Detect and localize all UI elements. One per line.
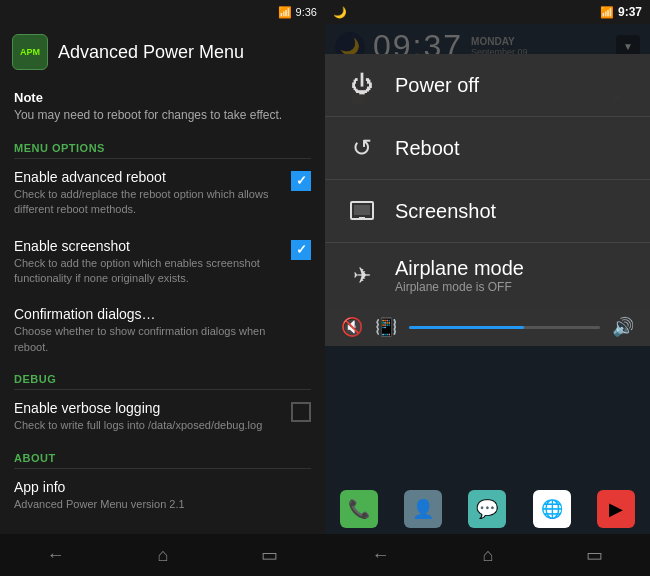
section-header-menu-options: MENU OPTIONS <box>0 134 325 158</box>
dock-chrome[interactable]: 🌐 <box>533 490 571 528</box>
checkbox-advanced-reboot[interactable] <box>291 171 311 191</box>
app-icon: APM <box>12 34 48 70</box>
mute-icon[interactable]: 🔇 <box>341 316 363 338</box>
section-header-about: ABOUT <box>0 444 325 468</box>
reboot-item[interactable]: ↺ Reboot <box>325 117 650 180</box>
svg-rect-1 <box>354 205 370 215</box>
wallpaper: 🌙 09:37 MONDAY September 09 ▼ 📶 ⇅ ⚙ A ◇ … <box>325 24 650 576</box>
power-menu-panel: ⏻ Power off ↺ Reboot <box>325 54 650 346</box>
app-header: APM Advanced Power Menu <box>0 24 325 80</box>
dock-area: 📞 👤 💬 🌐 ▶ <box>325 484 650 534</box>
note-title: Note <box>14 90 311 105</box>
setting-title-confirmation: Confirmation dialogs… <box>14 306 301 322</box>
volume-icon[interactable]: 🔊 <box>612 316 634 338</box>
setting-screenshot[interactable]: Enable screenshot Check to add the optio… <box>0 228 325 297</box>
quick-settings-bar: 🔇 📳 🔊 <box>325 308 650 346</box>
home-button-left[interactable]: ⌂ <box>158 545 169 566</box>
setting-title-app-info: App info <box>14 479 301 495</box>
dock-messages[interactable]: 💬 <box>468 490 506 528</box>
section-header-debug: DEBUG <box>0 365 325 389</box>
dock-play[interactable]: ▶ <box>597 490 635 528</box>
moon-status-icon: 🌙 <box>333 6 347 19</box>
status-bar-left: 📶 9:36 <box>0 0 325 24</box>
screenshot-icon <box>345 194 379 228</box>
reboot-icon: ↺ <box>345 131 379 165</box>
setting-title-screenshot: Enable screenshot <box>14 238 281 254</box>
status-time-left: 9:36 <box>296 6 317 18</box>
setting-confirmation-dialogs[interactable]: Confirmation dialogs… Choose whether to … <box>0 296 325 365</box>
power-menu-overlay: ⏻ Power off ↺ Reboot <box>325 24 650 576</box>
home-button-right[interactable]: ⌂ <box>483 545 494 566</box>
right-panel: 🌙 📶 9:37 🌙 09:37 MONDAY September 09 ▼ 📶… <box>325 0 650 576</box>
checkbox-verbose[interactable] <box>291 402 311 422</box>
recent-button-left[interactable]: ▭ <box>261 544 278 566</box>
app-title: Advanced Power Menu <box>58 42 244 63</box>
setting-text-verbose: Enable verbose logging Check to write fu… <box>14 400 281 433</box>
left-panel: 📶 9:36 APM Advanced Power Menu Note You … <box>0 0 325 576</box>
status-right-icons: 📶 9:37 <box>600 5 642 19</box>
status-bar-right: 🌙 📶 9:37 <box>325 0 650 24</box>
setting-desc-advanced-reboot: Check to add/replace the reboot option w… <box>14 187 281 218</box>
note-section: Note You may need to reboot for changes … <box>0 80 325 134</box>
setting-text-advanced-reboot: Enable advanced reboot Check to add/repl… <box>14 169 281 218</box>
airplane-icon: ✈ <box>345 259 379 293</box>
reboot-label: Reboot <box>395 137 460 160</box>
nav-bar-left: ← ⌂ ▭ <box>0 534 325 576</box>
airplane-mode-item[interactable]: ✈ Airplane mode Airplane mode is OFF <box>325 243 650 308</box>
power-off-label: Power off <box>395 74 479 97</box>
status-time-right: 9:37 <box>618 5 642 19</box>
nav-bar-right: ← ⌂ ▭ <box>325 534 650 576</box>
airplane-label: Airplane mode <box>395 257 524 280</box>
setting-text-screenshot: Enable screenshot Check to add the optio… <box>14 238 281 287</box>
setting-text-confirmation: Confirmation dialogs… Choose whether to … <box>14 306 301 355</box>
setting-desc-app-info: Advanced Power Menu version 2.1 <box>14 497 301 512</box>
back-button-right[interactable]: ← <box>372 545 390 566</box>
dock-contacts[interactable]: 👤 <box>404 490 442 528</box>
setting-title-advanced-reboot: Enable advanced reboot <box>14 169 281 185</box>
setting-text-app-info: App info Advanced Power Menu version 2.1 <box>14 479 301 512</box>
vibrate-icon[interactable]: 📳 <box>375 316 397 338</box>
dock-phone[interactable]: 📞 <box>340 490 378 528</box>
airplane-text-group: Airplane mode Airplane mode is OFF <box>395 257 524 294</box>
back-button-left[interactable]: ← <box>47 545 65 566</box>
setting-app-info[interactable]: App info Advanced Power Menu version 2.1 <box>0 469 325 522</box>
screenshot-item[interactable]: Screenshot <box>325 180 650 243</box>
setting-desc-verbose: Check to write full logs into /data/xpos… <box>14 418 281 433</box>
airplane-sublabel: Airplane mode is OFF <box>395 280 524 294</box>
volume-slider[interactable] <box>409 326 600 329</box>
recent-button-right[interactable]: ▭ <box>586 544 603 566</box>
setting-desc-screenshot: Check to add the option which enables sc… <box>14 256 281 287</box>
setting-advanced-reboot[interactable]: Enable advanced reboot Check to add/repl… <box>0 159 325 228</box>
setting-title-verbose: Enable verbose logging <box>14 400 281 416</box>
svg-rect-2 <box>359 217 365 219</box>
power-off-item[interactable]: ⏻ Power off <box>325 54 650 117</box>
volume-fill <box>409 326 524 329</box>
setting-verbose-logging[interactable]: Enable verbose logging Check to write fu… <box>0 390 325 443</box>
setting-desc-confirmation: Choose whether to show confirmation dial… <box>14 324 301 355</box>
power-off-icon: ⏻ <box>345 68 379 102</box>
checkbox-screenshot[interactable] <box>291 240 311 260</box>
status-icons-left: 📶 <box>278 6 292 19</box>
screenshot-label: Screenshot <box>395 200 496 223</box>
note-text: You may need to reboot for changes to ta… <box>14 107 311 124</box>
status-left-icons: 🌙 <box>333 6 347 19</box>
settings-content: Note You may need to reboot for changes … <box>0 80 325 534</box>
signal-icon: 📶 <box>600 6 614 19</box>
